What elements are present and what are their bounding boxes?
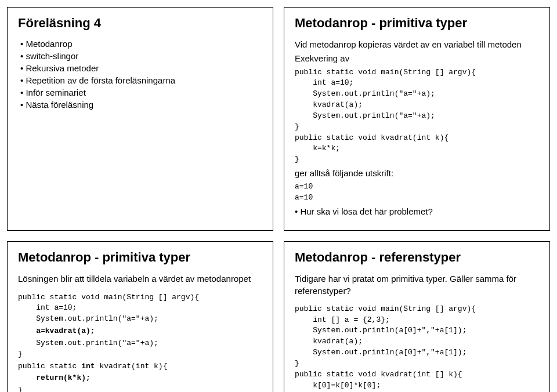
- panel-4-intro: Tidigare har vi pratat om primitiva type…: [295, 273, 539, 297]
- panel-3-code-mid: System.out.println("a="+a); }: [18, 338, 262, 360]
- panel-3-code-bold-1: a=kvadrat(a);: [18, 326, 262, 337]
- panel-1-bullets: • Metodanrop • switch-slingor • Rekursiv…: [18, 39, 262, 110]
- panel-3-code-sig: public static int kvadrat(int k){: [18, 361, 262, 372]
- panel-2-code: public static void main(String [] argv){…: [295, 67, 539, 166]
- panel-3-code-tail: }: [18, 385, 262, 392]
- panel-3-title: Metodanrop - primitiva typer: [18, 250, 262, 265]
- panel-3-intro: Lösningen blir att tilldela variabeln a …: [18, 273, 262, 285]
- panel-1-title: Föreläsning 4: [18, 16, 262, 31]
- panel-2-title: Metodanrop - primitiva typer: [295, 16, 539, 31]
- panel-3-code-head: public static void main(String [] argv){…: [18, 292, 262, 325]
- list-item: • Nästa föreläsning: [18, 100, 262, 110]
- panel-4-code: public static void main(String [] argv){…: [295, 304, 539, 392]
- panel-1: Föreläsning 4 • Metodanrop • switch-slin…: [7, 7, 273, 231]
- list-item: • switch-slingor: [18, 51, 262, 61]
- slide-grid: Föreläsning 4 • Metodanrop • switch-slin…: [7, 7, 550, 392]
- panel-4-title: Metodanrop - referenstyper: [295, 250, 539, 265]
- list-item: • Metodanrop: [18, 39, 262, 49]
- panel-3: Metodanrop - primitiva typer Lösningen b…: [7, 241, 273, 392]
- panel-2-question: • Hur ska vi lösa det här problemet?: [295, 206, 539, 217]
- panel-2-output: a=10 a=10: [295, 182, 539, 204]
- list-item: • Inför seminariet: [18, 88, 262, 97]
- list-item: • Repetition av de första föreläsningarn…: [18, 75, 262, 85]
- panel-4: Metodanrop - referenstyper Tidigare har …: [284, 241, 550, 392]
- list-item: • Rekursiva metoder: [18, 63, 262, 73]
- panel-3-code-bold-2: return(k*k);: [18, 373, 262, 384]
- panel-2-after: ger alltså följande utskrift:: [295, 168, 539, 179]
- panel-2: Metodanrop - primitiva typer Vid metodan…: [284, 7, 550, 231]
- panel-2-intro-2: Exekvering av: [295, 53, 539, 64]
- panel-2-intro-1: Vid metodanrop kopieras värdet av en var…: [295, 39, 539, 50]
